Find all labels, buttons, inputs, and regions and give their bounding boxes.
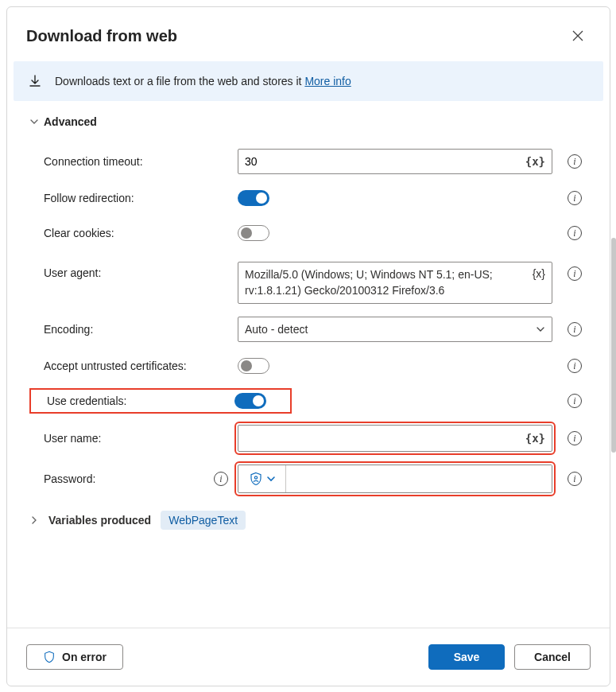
row-encoding: Encoding: Auto - detect i [29, 310, 587, 348]
encoding-label: Encoding: [44, 323, 93, 336]
info-icon[interactable]: i [214, 472, 228, 486]
save-button[interactable]: Save [428, 644, 505, 670]
shield-outline-icon [43, 651, 56, 663]
row-user-agent: User agent: Mozilla/5.0 (Windows; U; Win… [29, 251, 587, 310]
variable-chip[interactable]: WebPageText [161, 511, 246, 530]
row-user-name: User name: {x} i [29, 418, 587, 458]
clear-cookies-label: Clear cookies: [44, 227, 114, 239]
section-advanced-label: Advanced [44, 115, 97, 128]
chevron-down-icon [536, 325, 545, 334]
chevron-down-icon [266, 474, 276, 484]
connection-timeout-input-field[interactable] [245, 153, 522, 170]
user-name-input[interactable]: {x} [238, 425, 552, 452]
banner-description: Downloads text or a file from the web an… [55, 75, 304, 87]
scrollbar[interactable] [611, 238, 616, 453]
info-icon[interactable]: i [568, 322, 582, 336]
info-icon[interactable]: i [568, 154, 582, 169]
encoding-select[interactable]: Auto - detect [238, 317, 552, 342]
info-icon[interactable]: i [568, 266, 582, 281]
password-label: Password: [44, 472, 95, 485]
use-credentials-toggle[interactable] [234, 393, 266, 409]
variable-icon[interactable]: {x} [525, 155, 545, 168]
dialog-title: Download from web [26, 27, 177, 45]
user-agent-input-text[interactable]: Mozilla/5.0 (Windows; U; Windows NT 5.1;… [245, 267, 533, 298]
row-password: Password: i i [29, 458, 587, 500]
row-accept-untrusted: Accept untrusted certificates: i [29, 348, 587, 383]
info-icon[interactable]: i [568, 359, 582, 373]
follow-redirection-label: Follow redirection: [44, 192, 134, 204]
save-label: Save [454, 651, 480, 663]
use-credentials-label: Use credentials: [47, 395, 126, 407]
download-from-web-dialog: Download from web Downloads text or a fi… [6, 6, 610, 686]
variable-icon[interactable]: {x} [525, 432, 545, 445]
info-icon[interactable]: i [568, 472, 582, 486]
dialog-header: Download from web [7, 7, 610, 61]
accept-untrusted-label: Accept untrusted certificates: [44, 360, 187, 372]
dialog-footer: On error Save Cancel [7, 628, 610, 686]
row-use-credentials: Use credentials: i [29, 383, 587, 418]
cancel-button[interactable]: Cancel [514, 644, 591, 670]
close-button[interactable] [565, 23, 591, 49]
svg-point-0 [254, 476, 257, 479]
clear-cookies-toggle[interactable] [238, 225, 269, 241]
accept-untrusted-toggle[interactable] [238, 358, 269, 374]
info-banner: Downloads text or a file from the web an… [14, 61, 603, 101]
info-icon[interactable]: i [568, 431, 582, 445]
variables-produced-label: Variables produced [48, 514, 151, 527]
more-info-link[interactable]: More info [304, 75, 351, 87]
row-clear-cookies: Clear cookies: i [29, 216, 587, 251]
user-name-label: User name: [44, 432, 101, 445]
on-error-label: On error [62, 651, 107, 663]
password-input[interactable] [238, 465, 552, 493]
chevron-right-icon [29, 515, 39, 525]
cancel-label: Cancel [534, 651, 571, 663]
info-icon[interactable]: i [568, 226, 582, 240]
section-advanced[interactable]: Advanced [29, 115, 587, 128]
chevron-down-icon [29, 117, 39, 126]
row-connection-timeout: Connection timeout: {x} i [29, 142, 587, 181]
info-icon[interactable]: i [568, 191, 582, 205]
dialog-body: Advanced Connection timeout: {x} i Follo… [7, 101, 610, 628]
connection-timeout-input[interactable]: {x} [238, 149, 552, 174]
section-variables-produced[interactable]: Variables produced WebPageText [29, 500, 587, 535]
on-error-button[interactable]: On error [26, 644, 123, 670]
user-agent-label: User agent: [44, 266, 101, 279]
row-follow-redirection: Follow redirection: i [29, 181, 587, 216]
variable-icon[interactable]: {x} [533, 267, 545, 280]
close-icon [571, 29, 584, 42]
download-icon [28, 74, 42, 88]
connection-timeout-label: Connection timeout: [44, 155, 143, 168]
banner-text: Downloads text or a file from the web an… [55, 75, 351, 87]
password-input-field[interactable] [286, 465, 552, 492]
shield-icon [249, 472, 263, 486]
user-agent-input[interactable]: Mozilla/5.0 (Windows; U; Windows NT 5.1;… [238, 262, 552, 304]
follow-redirection-toggle[interactable] [238, 190, 269, 206]
user-name-input-field[interactable] [245, 429, 522, 448]
credential-picker-button[interactable] [238, 465, 286, 492]
info-icon[interactable]: i [568, 394, 582, 408]
encoding-select-value: Auto - detect [245, 323, 536, 336]
